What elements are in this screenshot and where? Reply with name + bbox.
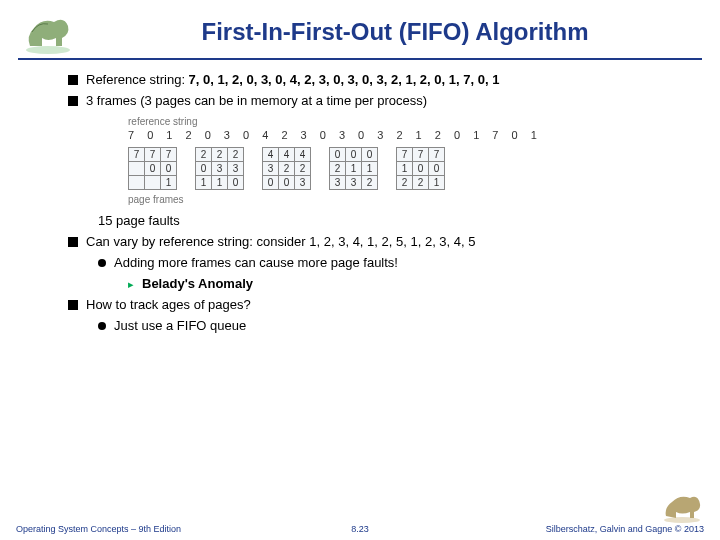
frame-cell: 2 — [228, 148, 244, 162]
footer-left: Operating System Concepts – 9th Edition — [16, 524, 181, 534]
frame-cell: 2 — [196, 148, 212, 162]
frame-cell: 7 — [129, 148, 145, 162]
frame-cell: 1 — [346, 162, 362, 176]
frame-cell: 3 — [228, 162, 244, 176]
title-rule — [18, 58, 702, 60]
frame-cell: 0 — [413, 162, 429, 176]
bullet-frames: 3 frames (3 pages can be in memory at a … — [68, 93, 692, 108]
frame-cell: 3 — [212, 162, 228, 176]
frame-cell: 1 — [161, 176, 177, 190]
square-bullet-icon — [68, 300, 78, 310]
faults-line: 15 page faults — [98, 213, 692, 228]
frame-cell: 2 — [212, 148, 228, 162]
footer-copyright: Silberschatz, Galvin and Gagne © 2013 — [546, 524, 704, 534]
frame-cell: 2 — [413, 176, 429, 190]
fifo-figure: reference string 7 0 1 2 0 3 0 4 2 3 0 3… — [128, 116, 692, 205]
frame-group: 222033110 — [195, 147, 244, 190]
frame-cell: 7 — [413, 148, 429, 162]
square-bullet-icon — [68, 96, 78, 106]
frame-group: 777100221 — [396, 147, 445, 190]
bullet-text: Belady's Anomaly — [142, 276, 253, 291]
frame-cell — [129, 176, 145, 190]
dot-bullet-icon — [98, 322, 106, 330]
footer-page-number: 8.23 — [351, 524, 369, 534]
frame-cell: 0 — [228, 176, 244, 190]
frame-cell: 0 — [161, 162, 177, 176]
frame-cell: 0 — [279, 176, 295, 190]
frame-cell: 1 — [429, 176, 445, 190]
content: Reference string: 7, 0, 1, 2, 0, 3, 0, 4… — [18, 72, 702, 333]
frame-cell: 4 — [263, 148, 279, 162]
bullet-belady: ▸ Belady's Anomaly — [128, 276, 692, 291]
dot-bullet-icon — [98, 259, 106, 267]
frame-cell: 2 — [279, 162, 295, 176]
frame-cell: 7 — [145, 148, 161, 162]
dinosaur-icon — [18, 8, 78, 56]
frame-cell: 2 — [397, 176, 413, 190]
frame-cell: 1 — [397, 162, 413, 176]
ref-string-value: 7, 0, 1, 2, 0, 3, 0, 4, 2, 3, 0, 3, 0, 3… — [189, 72, 500, 87]
frame-cell: 0 — [346, 148, 362, 162]
bullet-text: 3 frames (3 pages can be in memory at a … — [86, 93, 427, 108]
frame-cell — [129, 162, 145, 176]
svg-point-0 — [26, 46, 70, 54]
frame-cell: 2 — [295, 162, 311, 176]
frame-cell: 0 — [330, 148, 346, 162]
footer-right-block: Silberschatz, Galvin and Gagne © 2013 — [546, 490, 704, 534]
bullet-more-frames: Adding more frames can cause more page f… — [98, 255, 692, 270]
figure-ref-nums: 7 0 1 2 0 3 0 4 2 3 0 3 0 3 2 1 2 0 1 7 … — [128, 129, 692, 141]
frame-cell: 0 — [263, 176, 279, 190]
frame-cell: 0 — [196, 162, 212, 176]
frame-cell: 1 — [212, 176, 228, 190]
faults-text: 15 page faults — [98, 213, 180, 228]
frame-cell: 7 — [429, 148, 445, 162]
frame-cell: 2 — [330, 162, 346, 176]
bullet-track-ages: How to track ages of pages? — [68, 297, 692, 312]
frame-cell: 7 — [161, 148, 177, 162]
bullet-text: Adding more frames can cause more page f… — [114, 255, 398, 270]
arrow-icon: ▸ — [128, 278, 134, 291]
frame-cell: 3 — [263, 162, 279, 176]
square-bullet-icon — [68, 75, 78, 85]
frame-cell: 4 — [279, 148, 295, 162]
square-bullet-icon — [68, 237, 78, 247]
frame-cell: 4 — [295, 148, 311, 162]
frame-group: 777001 — [128, 147, 177, 190]
header: First-In-First-Out (FIFO) Algorithm — [18, 8, 702, 56]
frame-cell: 3 — [346, 176, 362, 190]
figure-pf-label: page frames — [128, 194, 692, 205]
figure-ref-label: reference string — [128, 116, 692, 127]
frame-cell: 2 — [362, 176, 378, 190]
ref-string-label: Reference string: — [86, 72, 189, 87]
bullet-ref-string: Reference string: 7, 0, 1, 2, 0, 3, 0, 4… — [68, 72, 692, 87]
bullet-text: Just use a FIFO queue — [114, 318, 246, 333]
bullet-fifo-queue: Just use a FIFO queue — [98, 318, 692, 333]
frame-cell: 0 — [362, 148, 378, 162]
frame-group: 000211332 — [329, 147, 378, 190]
frame-cell: 7 — [397, 148, 413, 162]
frame-cell — [145, 176, 161, 190]
slide: First-In-First-Out (FIFO) Algorithm Refe… — [0, 0, 720, 540]
frame-cell: 0 — [429, 162, 445, 176]
footer: Operating System Concepts – 9th Edition … — [0, 490, 720, 534]
frame-cell: 3 — [330, 176, 346, 190]
frames-row: 7770012220331104443220030002113327771002… — [128, 147, 692, 190]
bullet-vary: Can vary by reference string: consider 1… — [68, 234, 692, 249]
svg-point-1 — [664, 517, 700, 523]
bullet-text: Can vary by reference string: consider 1… — [86, 234, 476, 249]
frame-group: 444322003 — [262, 147, 311, 190]
bullet-text: Reference string: 7, 0, 1, 2, 0, 3, 0, 4… — [86, 72, 499, 87]
frame-cell: 0 — [145, 162, 161, 176]
bullet-text: How to track ages of pages? — [86, 297, 251, 312]
frame-cell: 3 — [295, 176, 311, 190]
slide-title: First-In-First-Out (FIFO) Algorithm — [88, 18, 702, 46]
dinosaur-icon — [660, 490, 704, 524]
frame-cell: 1 — [196, 176, 212, 190]
frame-cell: 1 — [362, 162, 378, 176]
